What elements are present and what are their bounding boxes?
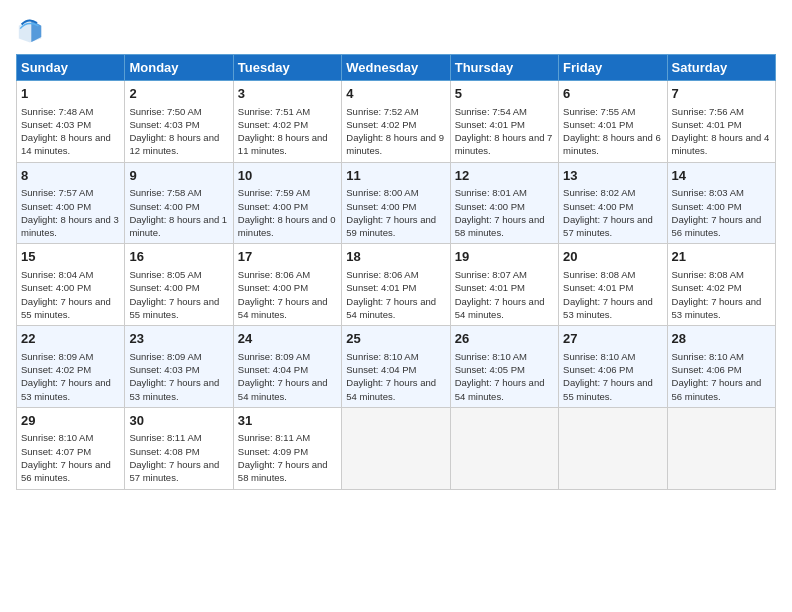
day-number: 13 bbox=[563, 167, 662, 185]
calendar-cell bbox=[450, 407, 558, 489]
calendar-cell: 28 Sunrise: 8:10 AMSunset: 4:06 PMDaylig… bbox=[667, 326, 775, 408]
calendar-cell: 17 Sunrise: 8:06 AMSunset: 4:00 PMDaylig… bbox=[233, 244, 341, 326]
calendar-cell: 21 Sunrise: 8:08 AMSunset: 4:02 PMDaylig… bbox=[667, 244, 775, 326]
day-info: Sunrise: 8:02 AMSunset: 4:00 PMDaylight:… bbox=[563, 186, 662, 239]
day-number: 20 bbox=[563, 248, 662, 266]
main-container: SundayMondayTuesdayWednesdayThursdayFrid… bbox=[0, 0, 792, 612]
day-number: 19 bbox=[455, 248, 554, 266]
calendar-cell: 1 Sunrise: 7:48 AMSunset: 4:03 PMDayligh… bbox=[17, 81, 125, 163]
day-info: Sunrise: 8:06 AMSunset: 4:01 PMDaylight:… bbox=[346, 268, 445, 321]
calendar-cell: 12 Sunrise: 8:01 AMSunset: 4:00 PMDaylig… bbox=[450, 162, 558, 244]
header bbox=[16, 16, 776, 44]
day-number: 23 bbox=[129, 330, 228, 348]
day-info: Sunrise: 8:10 AMSunset: 4:05 PMDaylight:… bbox=[455, 350, 554, 403]
day-number: 26 bbox=[455, 330, 554, 348]
day-info: Sunrise: 7:51 AMSunset: 4:02 PMDaylight:… bbox=[238, 105, 337, 158]
day-info: Sunrise: 7:57 AMSunset: 4:00 PMDaylight:… bbox=[21, 186, 120, 239]
day-number: 4 bbox=[346, 85, 445, 103]
day-number: 28 bbox=[672, 330, 771, 348]
calendar-cell: 20 Sunrise: 8:08 AMSunset: 4:01 PMDaylig… bbox=[559, 244, 667, 326]
calendar-week-row: 15 Sunrise: 8:04 AMSunset: 4:00 PMDaylig… bbox=[17, 244, 776, 326]
calendar-table: SundayMondayTuesdayWednesdayThursdayFrid… bbox=[16, 54, 776, 490]
day-info: Sunrise: 8:01 AMSunset: 4:00 PMDaylight:… bbox=[455, 186, 554, 239]
calendar-cell: 18 Sunrise: 8:06 AMSunset: 4:01 PMDaylig… bbox=[342, 244, 450, 326]
day-number: 3 bbox=[238, 85, 337, 103]
day-info: Sunrise: 8:06 AMSunset: 4:00 PMDaylight:… bbox=[238, 268, 337, 321]
calendar-cell: 10 Sunrise: 7:59 AMSunset: 4:00 PMDaylig… bbox=[233, 162, 341, 244]
day-info: Sunrise: 8:11 AMSunset: 4:08 PMDaylight:… bbox=[129, 431, 228, 484]
day-number: 14 bbox=[672, 167, 771, 185]
calendar-cell: 23 Sunrise: 8:09 AMSunset: 4:03 PMDaylig… bbox=[125, 326, 233, 408]
day-number: 5 bbox=[455, 85, 554, 103]
calendar-cell bbox=[342, 407, 450, 489]
day-number: 10 bbox=[238, 167, 337, 185]
calendar-cell: 2 Sunrise: 7:50 AMSunset: 4:03 PMDayligh… bbox=[125, 81, 233, 163]
day-number: 18 bbox=[346, 248, 445, 266]
calendar-cell: 29 Sunrise: 8:10 AMSunset: 4:07 PMDaylig… bbox=[17, 407, 125, 489]
day-number: 6 bbox=[563, 85, 662, 103]
day-number: 8 bbox=[21, 167, 120, 185]
calendar-cell: 9 Sunrise: 7:58 AMSunset: 4:00 PMDayligh… bbox=[125, 162, 233, 244]
calendar-cell: 15 Sunrise: 8:04 AMSunset: 4:00 PMDaylig… bbox=[17, 244, 125, 326]
day-info: Sunrise: 7:59 AMSunset: 4:00 PMDaylight:… bbox=[238, 186, 337, 239]
day-number: 29 bbox=[21, 412, 120, 430]
day-info: Sunrise: 7:54 AMSunset: 4:01 PMDaylight:… bbox=[455, 105, 554, 158]
calendar-cell: 16 Sunrise: 8:05 AMSunset: 4:00 PMDaylig… bbox=[125, 244, 233, 326]
calendar-week-row: 8 Sunrise: 7:57 AMSunset: 4:00 PMDayligh… bbox=[17, 162, 776, 244]
weekday-header: Tuesday bbox=[233, 55, 341, 81]
calendar-body: 1 Sunrise: 7:48 AMSunset: 4:03 PMDayligh… bbox=[17, 81, 776, 490]
day-info: Sunrise: 8:11 AMSunset: 4:09 PMDaylight:… bbox=[238, 431, 337, 484]
day-info: Sunrise: 8:03 AMSunset: 4:00 PMDaylight:… bbox=[672, 186, 771, 239]
day-info: Sunrise: 8:05 AMSunset: 4:00 PMDaylight:… bbox=[129, 268, 228, 321]
calendar-cell: 13 Sunrise: 8:02 AMSunset: 4:00 PMDaylig… bbox=[559, 162, 667, 244]
day-info: Sunrise: 8:10 AMSunset: 4:07 PMDaylight:… bbox=[21, 431, 120, 484]
day-number: 16 bbox=[129, 248, 228, 266]
calendar-cell: 7 Sunrise: 7:56 AMSunset: 4:01 PMDayligh… bbox=[667, 81, 775, 163]
calendar-cell: 24 Sunrise: 8:09 AMSunset: 4:04 PMDaylig… bbox=[233, 326, 341, 408]
day-info: Sunrise: 8:10 AMSunset: 4:04 PMDaylight:… bbox=[346, 350, 445, 403]
weekday-header: Friday bbox=[559, 55, 667, 81]
day-number: 30 bbox=[129, 412, 228, 430]
calendar-cell: 4 Sunrise: 7:52 AMSunset: 4:02 PMDayligh… bbox=[342, 81, 450, 163]
day-info: Sunrise: 7:58 AMSunset: 4:00 PMDaylight:… bbox=[129, 186, 228, 239]
day-info: Sunrise: 8:08 AMSunset: 4:02 PMDaylight:… bbox=[672, 268, 771, 321]
calendar-header: SundayMondayTuesdayWednesdayThursdayFrid… bbox=[17, 55, 776, 81]
day-info: Sunrise: 7:56 AMSunset: 4:01 PMDaylight:… bbox=[672, 105, 771, 158]
day-info: Sunrise: 8:07 AMSunset: 4:01 PMDaylight:… bbox=[455, 268, 554, 321]
calendar-cell: 3 Sunrise: 7:51 AMSunset: 4:02 PMDayligh… bbox=[233, 81, 341, 163]
day-number: 17 bbox=[238, 248, 337, 266]
weekday-header: Saturday bbox=[667, 55, 775, 81]
calendar-cell: 5 Sunrise: 7:54 AMSunset: 4:01 PMDayligh… bbox=[450, 81, 558, 163]
day-number: 11 bbox=[346, 167, 445, 185]
calendar-cell: 31 Sunrise: 8:11 AMSunset: 4:09 PMDaylig… bbox=[233, 407, 341, 489]
day-number: 9 bbox=[129, 167, 228, 185]
calendar-cell: 27 Sunrise: 8:10 AMSunset: 4:06 PMDaylig… bbox=[559, 326, 667, 408]
calendar-cell: 22 Sunrise: 8:09 AMSunset: 4:02 PMDaylig… bbox=[17, 326, 125, 408]
day-number: 21 bbox=[672, 248, 771, 266]
day-number: 7 bbox=[672, 85, 771, 103]
day-number: 25 bbox=[346, 330, 445, 348]
calendar-week-row: 29 Sunrise: 8:10 AMSunset: 4:07 PMDaylig… bbox=[17, 407, 776, 489]
day-info: Sunrise: 8:10 AMSunset: 4:06 PMDaylight:… bbox=[563, 350, 662, 403]
calendar-cell: 19 Sunrise: 8:07 AMSunset: 4:01 PMDaylig… bbox=[450, 244, 558, 326]
calendar-cell: 14 Sunrise: 8:03 AMSunset: 4:00 PMDaylig… bbox=[667, 162, 775, 244]
day-info: Sunrise: 8:09 AMSunset: 4:02 PMDaylight:… bbox=[21, 350, 120, 403]
logo-icon bbox=[16, 16, 44, 44]
calendar-cell: 30 Sunrise: 8:11 AMSunset: 4:08 PMDaylig… bbox=[125, 407, 233, 489]
calendar-cell: 11 Sunrise: 8:00 AMSunset: 4:00 PMDaylig… bbox=[342, 162, 450, 244]
day-number: 12 bbox=[455, 167, 554, 185]
day-number: 15 bbox=[21, 248, 120, 266]
calendar-cell: 6 Sunrise: 7:55 AMSunset: 4:01 PMDayligh… bbox=[559, 81, 667, 163]
day-info: Sunrise: 7:52 AMSunset: 4:02 PMDaylight:… bbox=[346, 105, 445, 158]
day-number: 2 bbox=[129, 85, 228, 103]
calendar-cell: 8 Sunrise: 7:57 AMSunset: 4:00 PMDayligh… bbox=[17, 162, 125, 244]
weekday-header: Thursday bbox=[450, 55, 558, 81]
day-number: 24 bbox=[238, 330, 337, 348]
day-info: Sunrise: 8:09 AMSunset: 4:04 PMDaylight:… bbox=[238, 350, 337, 403]
day-number: 31 bbox=[238, 412, 337, 430]
day-info: Sunrise: 7:55 AMSunset: 4:01 PMDaylight:… bbox=[563, 105, 662, 158]
day-info: Sunrise: 8:04 AMSunset: 4:00 PMDaylight:… bbox=[21, 268, 120, 321]
day-info: Sunrise: 7:50 AMSunset: 4:03 PMDaylight:… bbox=[129, 105, 228, 158]
calendar-cell bbox=[667, 407, 775, 489]
weekday-header: Wednesday bbox=[342, 55, 450, 81]
